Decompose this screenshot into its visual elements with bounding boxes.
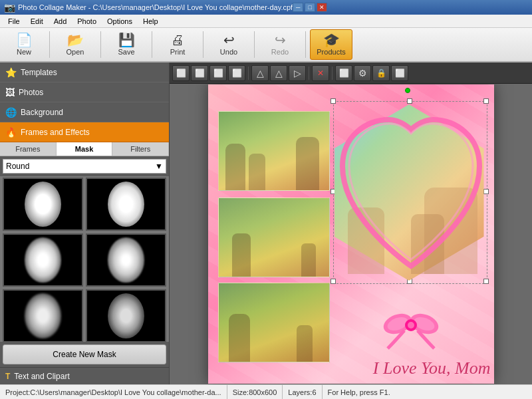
ct-select-btn[interactable]: ⬜ bbox=[172, 65, 190, 81]
sidebar-item-label-frames: Frames and Effects bbox=[21, 128, 90, 137]
ct-flip-v-btn[interactable]: △ bbox=[270, 65, 287, 81]
ct-sep-3 bbox=[332, 66, 332, 80]
ct-lock-btn[interactable]: 🔒 bbox=[372, 65, 390, 81]
mask-item-1[interactable] bbox=[3, 178, 83, 231]
mask-item-6[interactable] bbox=[86, 289, 166, 342]
handle-tr[interactable] bbox=[483, 98, 489, 104]
background-icon: 🌐 bbox=[5, 107, 17, 118]
photo-slot-bot[interactable] bbox=[218, 283, 330, 362]
sidebar-item-text-clipart[interactable]: T Text and Clipart bbox=[0, 367, 169, 384]
handle-tm[interactable] bbox=[407, 98, 412, 104]
sidebar-item-frames[interactable]: 🔥 Frames and Effects bbox=[0, 122, 169, 142]
maximize-button[interactable]: □ bbox=[305, 3, 315, 12]
tab-frames[interactable]: Frames bbox=[0, 142, 57, 156]
canvas-toolbar: ⬜ ⬜ ⬜ ⬜ △ △ ▷ ✕ ⬜ ⚙ 🔒 ⬜ bbox=[170, 63, 532, 84]
ct-extra-btn[interactable]: ⬜ bbox=[391, 65, 408, 81]
menu-photo[interactable]: Photo bbox=[72, 16, 102, 27]
mask-oval-2 bbox=[108, 182, 144, 227]
menu-edit[interactable]: Edit bbox=[25, 16, 49, 27]
love-text: I Love You, Mom bbox=[373, 358, 491, 378]
mask-oval-5 bbox=[25, 293, 61, 338]
tab-filters[interactable]: Filters bbox=[112, 142, 169, 156]
titlebar-icon: 📷 bbox=[4, 2, 15, 13]
sidebar-item-label-background: Background bbox=[21, 108, 63, 117]
menubar: File Edit Add Photo Options Help bbox=[0, 15, 532, 28]
menu-file[interactable]: File bbox=[3, 16, 25, 27]
sidebar-item-background[interactable]: 🌐 Background bbox=[0, 102, 169, 122]
toolbar-separator-2 bbox=[100, 31, 101, 58]
mask-dropdown[interactable]: Round ▼ bbox=[3, 159, 166, 174]
open-icon: 📂 bbox=[67, 33, 84, 47]
close-button[interactable]: ✕ bbox=[317, 3, 327, 12]
minimize-button[interactable]: ─ bbox=[293, 3, 303, 12]
mask-item-2[interactable] bbox=[86, 178, 166, 231]
menu-options[interactable]: Options bbox=[102, 16, 138, 27]
frames-icon: 🔥 bbox=[5, 127, 17, 138]
products-button[interactable]: 🎓 Products bbox=[310, 29, 352, 60]
main-area: ⭐ Templates 🖼 Photos 🌐 Background 🔥 Fram… bbox=[0, 63, 532, 384]
ct-rotate-btn[interactable]: ▷ bbox=[289, 65, 306, 81]
titlebar: 📷 Photo Collage Maker - C:\Users\manager… bbox=[0, 0, 532, 15]
toolbar-separator-5 bbox=[254, 31, 255, 58]
mask-oval-3 bbox=[25, 237, 61, 283]
mask-dropdown-value: Round bbox=[6, 162, 29, 171]
menu-add[interactable]: Add bbox=[49, 16, 72, 27]
redo-button[interactable]: ↪ Redo bbox=[259, 29, 301, 60]
photo-slot-mid[interactable] bbox=[218, 198, 330, 277]
chevron-down-icon: ▼ bbox=[155, 162, 163, 171]
new-button[interactable]: 📄 New bbox=[3, 29, 45, 60]
left-panel: ⭐ Templates 🖼 Photos 🌐 Background 🔥 Fram… bbox=[0, 63, 170, 384]
bow-decoration-svg bbox=[381, 305, 441, 352]
canvas-area: ⬜ ⬜ ⬜ ⬜ △ △ ▷ ✕ ⬜ ⚙ 🔒 ⬜ bbox=[170, 63, 532, 384]
ct-crop-btn[interactable]: ⬜ bbox=[335, 65, 352, 81]
toolbar: 📄 New 📂 Open 💾 Save 🖨 Print ↩ Undo ↪ Red… bbox=[0, 28, 532, 63]
statusbar: Project:C:\Users\manager\Desktop\I Love … bbox=[0, 384, 532, 399]
photo-slot-top[interactable] bbox=[218, 111, 330, 191]
new-icon: 📄 bbox=[16, 33, 33, 47]
sidebar-item-label-photos: Photos bbox=[19, 88, 43, 97]
ct-fit-btn[interactable]: ⬜ bbox=[228, 65, 245, 81]
canvas-viewport[interactable]: I Love You, Mom bbox=[170, 84, 532, 384]
open-button[interactable]: 📂 Open bbox=[54, 29, 96, 60]
toolbar-separator-1 bbox=[49, 31, 50, 58]
ct-sep-2 bbox=[309, 66, 309, 80]
print-button[interactable]: 🖨 Print bbox=[156, 29, 199, 60]
titlebar-controls: ─ □ ✕ bbox=[293, 3, 327, 12]
handle-rm[interactable] bbox=[483, 189, 489, 194]
mask-item-4[interactable] bbox=[86, 233, 166, 287]
ct-delete-btn[interactable]: ✕ bbox=[312, 65, 329, 81]
ct-zoom-btn[interactable]: ⬜ bbox=[209, 65, 227, 81]
rotate-handle[interactable] bbox=[405, 88, 410, 93]
mask-item-5[interactable] bbox=[3, 289, 83, 342]
sidebar-item-templates[interactable]: ⭐ Templates bbox=[0, 63, 169, 82]
ct-settings-btn[interactable]: ⚙ bbox=[354, 65, 371, 81]
menu-help[interactable]: Help bbox=[138, 16, 164, 27]
text-icon: T bbox=[5, 372, 10, 381]
photo-main-heart[interactable] bbox=[334, 104, 484, 281]
titlebar-title: Photo Collage Maker - C:\Users\manager\D… bbox=[18, 3, 293, 11]
status-help: For Help, press F1. bbox=[323, 385, 396, 399]
toolbar-separator-6 bbox=[305, 31, 306, 58]
products-icon: 🎓 bbox=[323, 33, 340, 47]
handle-br[interactable] bbox=[483, 279, 489, 284]
ct-flip-h-btn[interactable]: △ bbox=[251, 65, 269, 81]
save-icon: 💾 bbox=[118, 33, 135, 47]
tab-mask[interactable]: Mask bbox=[57, 142, 113, 156]
sidebar-item-photos[interactable]: 🖼 Photos bbox=[0, 82, 169, 102]
undo-button[interactable]: ↩ Undo bbox=[207, 29, 250, 60]
mask-oval-4 bbox=[108, 237, 144, 283]
print-icon: 🖨 bbox=[171, 33, 184, 47]
photos-icon: 🖼 bbox=[5, 87, 15, 98]
redo-icon: ↪ bbox=[275, 33, 286, 47]
mask-item-3[interactable] bbox=[3, 233, 83, 287]
handle-tl[interactable] bbox=[331, 98, 336, 104]
save-button[interactable]: 💾 Save bbox=[105, 29, 148, 60]
ct-move-btn[interactable]: ⬜ bbox=[191, 65, 208, 81]
toolbar-separator-4 bbox=[203, 31, 203, 58]
sidebar-item-label-templates: Templates bbox=[21, 68, 57, 77]
create-mask-button[interactable]: Create New Mask bbox=[3, 344, 166, 364]
mask-oval-1 bbox=[25, 182, 61, 227]
toolbar-separator-3 bbox=[152, 31, 152, 58]
status-size: Size:532x399 bbox=[227, 385, 283, 399]
sidebar-item-label-text: Text and Clipart bbox=[14, 372, 69, 381]
